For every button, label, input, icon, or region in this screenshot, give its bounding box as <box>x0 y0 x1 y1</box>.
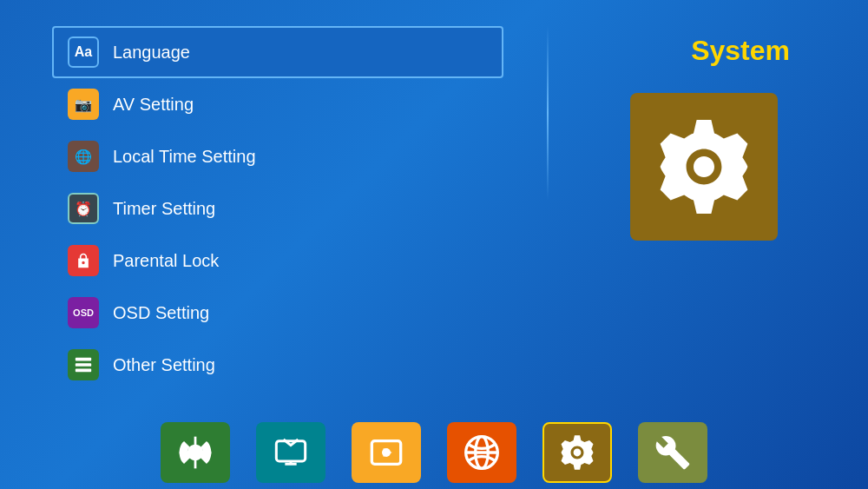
system-icon-box <box>630 93 778 241</box>
av-setting-icon: 📷 <box>68 89 99 120</box>
bottom-nav-tools[interactable] <box>638 422 707 483</box>
vertical-divider <box>547 26 549 200</box>
language-icon: Aa <box>68 36 99 68</box>
bottom-nav-system[interactable] <box>542 422 612 483</box>
bottom-nav-satellite[interactable] <box>161 422 230 483</box>
local-time-icon: 🌐 <box>68 141 99 172</box>
menu-panel: AaLanguage📷AV Setting🌐Local Time Setting… <box>52 26 503 391</box>
menu-item-local-time[interactable]: 🌐Local Time Setting <box>52 130 503 182</box>
bottom-nav-tv[interactable] <box>256 422 326 483</box>
language-label: Language <box>113 43 190 63</box>
menu-item-parental[interactable]: Parental Lock <box>52 235 503 287</box>
menu-item-timer[interactable]: ⏰Timer Setting <box>52 182 503 235</box>
menu-item-osd[interactable]: OSDOSD Setting <box>52 287 503 339</box>
bottom-icons-area <box>0 413 868 488</box>
local-time-label: Local Time Setting <box>113 147 256 167</box>
menu-item-other[interactable]: Other Setting <box>52 339 503 391</box>
timer-icon: ⏰ <box>68 193 99 224</box>
bottom-nav-network[interactable] <box>447 422 516 483</box>
other-icon <box>68 349 99 380</box>
content-area: AaLanguage📷AV Setting🌐Local Time Setting… <box>0 0 868 400</box>
main-container: AaLanguage📷AV Setting🌐Local Time Setting… <box>0 0 868 489</box>
osd-icon: OSD <box>68 297 99 328</box>
gear-icon <box>652 115 756 219</box>
right-panel: System <box>592 26 816 391</box>
menu-item-language[interactable]: AaLanguage <box>52 26 503 78</box>
svg-rect-1 <box>76 363 91 367</box>
other-label: Other Setting <box>113 355 215 375</box>
system-title: System <box>691 35 790 67</box>
svg-rect-2 <box>76 369 91 373</box>
parental-label: Parental Lock <box>113 251 219 271</box>
svg-rect-0 <box>76 358 91 361</box>
osd-label: OSD Setting <box>113 303 209 323</box>
menu-item-av-setting[interactable]: 📷AV Setting <box>52 78 503 130</box>
bottom-nav-media[interactable] <box>352 422 421 483</box>
av-setting-label: AV Setting <box>113 95 194 115</box>
parental-icon <box>68 245 99 276</box>
timer-label: Timer Setting <box>113 199 215 219</box>
